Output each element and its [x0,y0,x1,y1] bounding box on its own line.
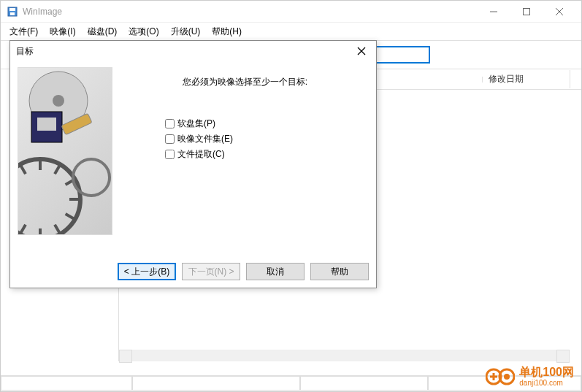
checkbox-extract[interactable]: 文件提取(C) [165,148,369,161]
dialog-titlebar[interactable]: 目标 [10,41,376,61]
svg-rect-4 [523,8,529,15]
dialog-title: 目标 [16,45,353,58]
menu-file[interactable]: 文件(F) [4,24,44,39]
wizard-content: 您必须为映像选择至少一个目标: 软盘集(P) 映像文件集(E) 文件提取(C) [121,67,369,245]
svg-point-10 [53,95,64,107]
watermark-url: danji100.com [519,379,574,387]
checkbox-floppy[interactable]: 软盘集(P) [165,118,369,130]
svg-line-19 [66,214,75,220]
window-controls [477,1,575,22]
app-icon [7,6,18,18]
menu-image[interactable]: 映像(I) [44,24,81,39]
dialog-close-button[interactable] [353,42,370,60]
watermark: 单机100网 danji100.com [486,366,574,387]
back-button[interactable]: < 上一步(B) [118,263,176,280]
wizard-heading: 您必须为映像选择至少一个目标: [121,76,369,88]
checkbox-imageset-input[interactable] [165,134,175,144]
next-button: 下一页(N) > [182,263,240,280]
cancel-button[interactable]: 取消 [246,263,305,280]
svg-line-16 [55,164,61,174]
target-dialog: 目标 [9,40,377,288]
checkbox-imageset[interactable]: 映像文件集(E) [165,133,369,145]
watermark-icon [486,367,515,386]
svg-rect-2 [10,12,15,15]
status-cell-1 [1,376,132,391]
help-button[interactable]: 帮助 [310,263,369,280]
status-cell-2 [132,376,300,391]
svg-line-20 [55,225,61,234]
wizard-image [18,67,112,235]
checkbox-imageset-label: 映像文件集(E) [177,133,233,145]
window-title: WinImage [23,7,477,17]
svg-rect-12 [37,118,56,131]
menu-help[interactable]: 帮助(H) [206,24,248,39]
minimize-button[interactable] [477,1,510,22]
watermark-text: 单机100网 danji100.com [519,366,574,387]
maximize-button[interactable] [510,1,543,22]
dialog-buttons: < 上一步(B) 下一页(N) > 取消 帮助 [118,263,369,280]
checkbox-extract-input[interactable] [165,150,175,159]
svg-point-14 [18,159,80,235]
checkbox-floppy-input[interactable] [165,119,175,128]
close-button[interactable] [543,1,575,22]
menu-options[interactable]: 选项(O) [123,24,164,39]
svg-line-22 [20,225,26,234]
checkbox-group: 软盘集(P) 映像文件集(E) 文件提取(C) [165,118,369,161]
checkbox-extract-label: 文件提取(C) [177,148,225,161]
dialog-body: 您必须为映像选择至少一个目标: 软盘集(P) 映像文件集(E) 文件提取(C) [10,61,376,251]
status-cell-3 [300,376,428,391]
column-modified[interactable]: 修改日期 [483,70,570,88]
checkbox-floppy-label: 软盘集(P) [177,118,215,130]
main-window: WinImage 文件(F) 映像(I) 磁盘(D) 选项(O) 升级(U) 帮… [0,0,582,392]
menubar: 文件(F) 映像(I) 磁盘(D) 选项(O) 升级(U) 帮助(H) [1,23,581,40]
menu-disk[interactable]: 磁盘(D) [82,24,123,39]
svg-line-26 [20,164,26,174]
svg-point-32 [504,374,510,380]
menu-upgrade[interactable]: 升级(U) [165,24,207,39]
titlebar: WinImage [1,1,581,23]
watermark-name: 单机100网 [519,366,574,379]
horizontal-scrollbar[interactable] [119,350,570,361]
svg-point-27 [73,159,110,196]
svg-rect-1 [9,8,15,11]
